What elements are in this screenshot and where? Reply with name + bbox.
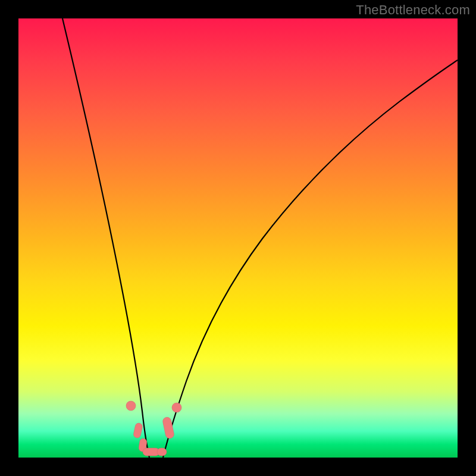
watermark-text: TheBottleneck.com — [356, 2, 470, 18]
marker-dot — [126, 401, 136, 411]
right-curve — [163, 60, 458, 458]
marker-pill — [157, 448, 167, 456]
marker-dot — [172, 403, 181, 412]
left-curve — [62, 18, 149, 458]
chart-frame: TheBottleneck.com — [0, 0, 476, 476]
chart-plot-area — [18, 18, 458, 458]
marker-pill — [133, 422, 143, 439]
marker-pill — [162, 416, 174, 439]
chart-svg — [18, 18, 458, 458]
marker-group — [126, 401, 181, 456]
